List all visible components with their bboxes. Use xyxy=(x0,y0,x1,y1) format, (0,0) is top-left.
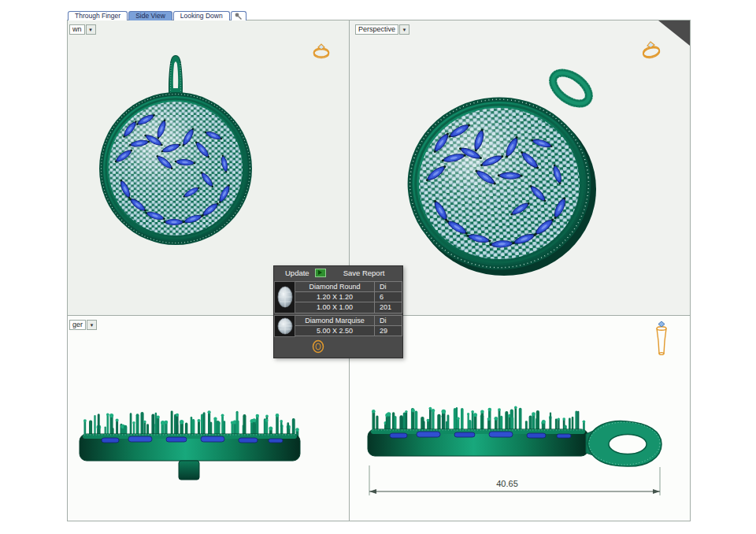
gem-thumbnail-marquise xyxy=(274,315,295,337)
ring-view-icon xyxy=(311,43,332,60)
gem-size: 5.00 X 2.50 xyxy=(295,325,375,337)
chevron-down-icon[interactable]: ▼ xyxy=(87,320,97,330)
gem-table: Diamond Round Di 1.20 X 1.20 6 1.00 X 1.… xyxy=(274,279,402,337)
table-row[interactable]: 1.20 X 1.20 6 xyxy=(295,292,402,303)
jewelry-cad-workspace: Through Finger Side View Looking Down wn… xyxy=(0,0,756,534)
gem-name: Diamond Round xyxy=(295,281,375,292)
pin-tab[interactable] xyxy=(231,11,246,20)
viewport-title[interactable]: wn xyxy=(69,24,85,35)
save-report-button[interactable]: Save Report xyxy=(343,269,385,277)
viewport-title-dropdown: Perspective ▼ xyxy=(355,24,410,35)
viewport-title-dropdown: wn ▼ xyxy=(69,24,96,35)
gem-group-marquise: Diamond Marquise Di 5.00 X 2.50 29 xyxy=(274,315,402,337)
dimension-value: 40.65 xyxy=(496,479,518,488)
bail-loop-side xyxy=(586,421,662,466)
gem-size: 1.00 X 1.00 xyxy=(295,302,375,313)
dimension-annotation: 40.65 xyxy=(369,465,660,495)
play-icon[interactable] xyxy=(315,269,326,277)
view-tab-bar: Through Finger Side View Looking Down xyxy=(68,10,246,20)
tab-looking-down[interactable]: Looking Down xyxy=(173,11,230,20)
viewport-title[interactable]: ger xyxy=(69,320,86,330)
update-button[interactable]: Update xyxy=(285,269,309,277)
chevron-down-icon[interactable]: ▼ xyxy=(86,24,96,35)
gem-count: 201 xyxy=(375,302,402,313)
tab-side-view[interactable]: Side View xyxy=(128,11,172,20)
gem-report-panel: Update Save Report Diamond Round Di xyxy=(273,265,403,358)
gem-name: Diamond Marquise xyxy=(295,315,375,326)
table-row[interactable]: Diamond Marquise Di xyxy=(295,315,402,326)
pushpin-icon xyxy=(234,12,243,20)
gem-thumbnail-round xyxy=(274,281,295,313)
pendant-bail xyxy=(542,61,600,116)
viewport-title-dropdown: ger ▼ xyxy=(69,320,97,330)
bail-end-view xyxy=(179,461,199,480)
gem-count: 6 xyxy=(375,291,402,303)
column-header: Di xyxy=(375,281,402,292)
ring-view-icon xyxy=(639,39,663,61)
table-row[interactable]: 5.00 X 2.50 29 xyxy=(295,326,402,337)
pusher-tool-icon xyxy=(654,320,669,358)
gem-group-round: Diamond Round Di 1.20 X 1.20 6 1.00 X 1.… xyxy=(274,281,402,313)
gem-count: 29 xyxy=(375,325,402,337)
table-row[interactable]: 1.00 X 1.00 201 xyxy=(295,302,402,313)
chevron-down-icon[interactable]: ▼ xyxy=(399,24,410,35)
table-row[interactable]: Diamond Round Di xyxy=(295,281,402,292)
gem-size: 1.20 X 1.20 xyxy=(295,291,375,303)
column-header: Di xyxy=(375,315,402,326)
gem-report-toolbar: Update Save Report xyxy=(274,266,402,279)
tab-through-finger[interactable]: Through Finger xyxy=(68,11,128,20)
viewport-title[interactable]: Perspective xyxy=(355,24,398,35)
ring-side-icon xyxy=(312,339,324,354)
